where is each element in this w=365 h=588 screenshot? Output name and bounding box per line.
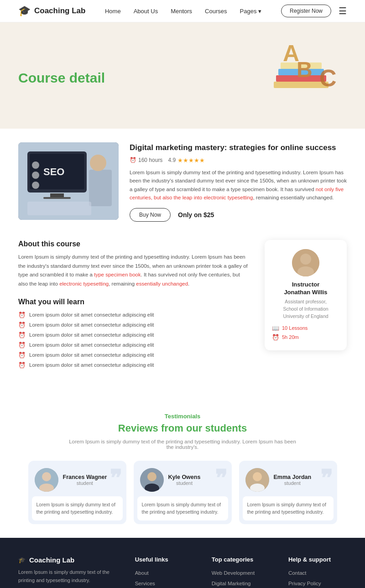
instructor-duration: ⏰ 5h 20m [272,334,339,341]
learn-item: ⏰Lorem ipsum dolor sit amet consectetur … [18,332,251,338]
nav-mentors[interactable]: Mentors [171,8,192,15]
testimonials-cards: Frances Wagner student ❞ Lorem Ipsum is … [18,461,347,525]
logo-icon: 🎓 [18,5,31,17]
main-content: SEO Digital marketing mastery: strategie… [0,129,365,399]
svg-point-29 [253,472,262,481]
svg-point-14 [32,172,39,179]
course-info: Digital marketing mastery: strategies fo… [130,142,347,222]
svg-point-23 [42,472,51,481]
learn-item: ⏰Lorem ipsum dolor sit amet consectetur … [18,312,251,318]
testimonials-title: Reviews from our students [18,422,347,434]
learn-icon: ⏰ [18,332,26,338]
course-hours: ⏰ 160 hours [130,157,162,163]
learn-title: What you will learn [18,298,251,306]
footer-link-services[interactable]: Services [135,581,155,586]
testimonial-avatar [140,468,164,492]
testimonial-info: Frances Wagner student [63,474,107,486]
hamburger-icon[interactable]: ☰ [339,5,347,16]
footer-brand: 🎓 Coaching Lab Lorem Ipsum is simply dum… [18,556,117,588]
testimonial-info: Emma Jordan student [274,474,312,486]
nav-courses[interactable]: Courses [205,8,227,15]
svg-rect-16 [89,170,112,206]
footer-useful-links: Useful links About Services Mentors Blog… [135,556,193,588]
register-button[interactable]: Register Now [281,5,331,17]
hero-banner: Course detail A B C [0,22,365,129]
footer-logo[interactable]: 🎓 Coaching Lab [18,556,117,564]
learn-icon: ⏰ [18,312,26,318]
logo-text: Coaching Lab [34,6,85,16]
footer-link-webdev[interactable]: Web Development [212,570,255,576]
footer-grid: 🎓 Coaching Lab Lorem Ipsum is simply dum… [18,556,347,588]
footer-link-digitalmarketing[interactable]: Digital Marketing [212,581,251,586]
course-image: SEO [18,142,119,220]
learn-list: ⏰Lorem ipsum dolor sit amet consectetur … [18,312,251,369]
course-rating: 4.9 ★★★★★ [168,157,205,164]
learn-icon: ⏰ [18,342,26,349]
instructor-stats: 📖 10 Lessons ⏰ 5h 20m [272,325,339,343]
about-section: About this course Lorem Ipsum is simply … [18,240,347,371]
about-description: Lorem Ipsum is simply dummy text of the … [18,253,251,288]
instructor-lessons: 📖 10 Lessons [272,325,339,332]
course-actions: Buy Now Only on $25 [130,208,347,222]
testimonial-lower: Lorem Ipsum is simply dummy text of the … [137,496,228,521]
footer-link-privacy[interactable]: Privacy Policy [288,581,321,586]
testimonial-upper: Emma Jordan student ❞ [239,461,337,496]
learn-item: ⏰Lorem ipsum dolor sit amet consectetur … [18,362,251,369]
svg-point-13 [32,161,39,169]
learn-item: ⏰Lorem ipsum dolor sit amet consectetur … [18,352,251,359]
clock-icon: ⏰ [272,334,279,341]
nav-pages-dropdown[interactable]: Pages ▾ [240,8,262,15]
about-left: About this course Lorem Ipsum is simply … [18,240,251,371]
learn-item: ⏰Lorem ipsum dolor sit amet consectetur … [18,342,251,349]
footer-top-categories: Top categories Web Development Digital M… [212,556,270,588]
instructor-title: Assistant professor,School of Informatio… [283,298,328,320]
footer-useful-links-list: About Services Mentors Blogs [135,569,193,588]
svg-text:C: C [319,65,337,91]
course-description: Lorem Ipsum is simply dummy text of the … [130,168,347,202]
testimonials-label: Testimonials [18,413,347,420]
testimonial-info: Kyle Owens student [168,474,201,486]
buy-now-button[interactable]: Buy Now [130,208,171,222]
svg-text:B: B [297,57,313,82]
testimonial-card: Frances Wagner student ❞ Lorem Ipsum is … [28,461,126,525]
testimonial-lower: Lorem Ipsum is simply dummy text of the … [32,496,123,521]
testimonial-upper: Kyle Owens student ❞ [134,461,232,496]
testimonial-lower: Lorem Ipsum is simply dummy text of the … [243,496,334,521]
course-meta: ⏰ 160 hours 4.9 ★★★★★ [130,157,347,164]
svg-rect-18 [27,202,91,215]
clock-icon: ⏰ [130,157,136,163]
svg-point-20 [300,254,311,265]
testimonials-section: Testimonials Reviews from our students L… [0,399,365,538]
footer-link-contact[interactable]: Contact [288,570,307,576]
nav-links: Home About Us Mentors Courses Pages ▾ [105,8,261,15]
nav-about[interactable]: About Us [134,8,158,15]
testimonial-card: Kyle Owens student ❞ Lorem Ipsum is simp… [134,461,232,525]
navbar: 🎓 Coaching Lab Home About Us Mentors Cou… [0,0,365,22]
stars-icon: ★★★★★ [177,157,205,164]
svg-rect-11 [43,197,71,199]
footer-help-support: Help & support Contact Privacy Policy Te… [288,556,347,588]
nav-right: Register Now ☰ [281,5,347,17]
svg-text:SEO: SEO [43,166,64,177]
logo[interactable]: 🎓 Coaching Lab [18,5,85,17]
hero-image: A B C [256,41,347,115]
learn-icon: ⏰ [18,352,26,359]
testimonial-avatar [245,468,269,492]
instructor-name: Jonathan Willis [284,289,327,296]
instructor-label: Instructor [292,281,320,288]
footer-brand-desc: Lorem Ipsum is simply dummy text of the … [18,568,117,584]
footer-categories-list: Web Development Digital Marketing Busine… [212,569,270,588]
testimonials-description: Lorem Ipsum is simply dummy text of the … [68,439,297,450]
testimonial-avatar [35,468,58,492]
nav-home[interactable]: Home [105,8,121,15]
testimonial-card: Emma Jordan student ❞ Lorem Ipsum is sim… [239,461,337,525]
hero-books-illustration: A B C [256,41,347,109]
course-title: Digital marketing mastery: strategies fo… [130,142,347,153]
course-seo-illustration: SEO [18,142,119,220]
hero-title-block: Course detail [18,70,105,86]
footer-link-about[interactable]: About [135,570,149,576]
about-title: About this course [18,240,251,248]
hero-title: Course detail [18,70,105,86]
svg-point-15 [32,182,39,189]
instructor-avatar [292,249,319,276]
